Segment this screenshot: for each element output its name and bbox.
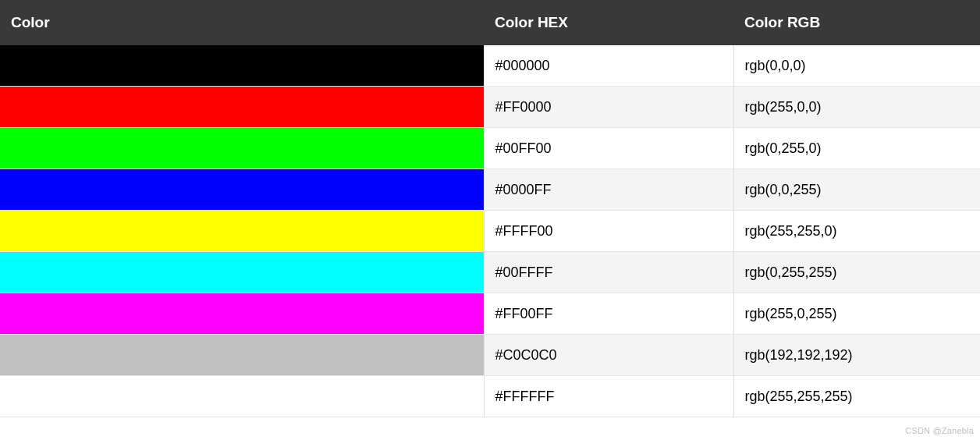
hex-value: #000000	[484, 45, 733, 87]
color-swatch	[0, 293, 484, 334]
header-color: Color	[0, 0, 484, 45]
rgb-value: rgb(255,0,255)	[733, 293, 980, 335]
color-swatch-cell	[0, 45, 484, 87]
table-row: #0000FF rgb(0,0,255)	[0, 169, 980, 211]
color-swatch-cell	[0, 335, 484, 376]
color-table: Color Color HEX Color RGB #000000 rgb(0,…	[0, 0, 980, 417]
hex-value: #00FFFF	[484, 252, 733, 293]
color-swatch-cell	[0, 376, 484, 417]
header-hex: Color HEX	[484, 0, 733, 45]
hex-value: #C0C0C0	[484, 335, 733, 376]
hex-value: #FFFF00	[484, 211, 733, 252]
color-swatch-cell	[0, 293, 484, 335]
table-row: #C0C0C0 rgb(192,192,192)	[0, 335, 980, 376]
rgb-value: rgb(0,0,0)	[733, 45, 980, 87]
color-swatch-cell	[0, 211, 484, 252]
table-row: #FFFF00 rgb(255,255,0)	[0, 211, 980, 252]
hex-value: #FFFFFF	[484, 376, 733, 417]
hex-value: #FF00FF	[484, 293, 733, 335]
hex-value: #0000FF	[484, 169, 733, 211]
rgb-value: rgb(255,255,255)	[733, 376, 980, 417]
table-row: #00FF00 rgb(0,255,0)	[0, 128, 980, 169]
table-row: #00FFFF rgb(0,255,255)	[0, 252, 980, 293]
hex-value: #00FF00	[484, 128, 733, 169]
table-row: #000000 rgb(0,0,0)	[0, 45, 980, 87]
table-row: #FFFFFF rgb(255,255,255)	[0, 376, 980, 417]
color-swatch	[0, 45, 484, 86]
rgb-value: rgb(0,0,255)	[733, 169, 980, 211]
color-swatch	[0, 169, 484, 210]
color-swatch-cell	[0, 128, 484, 169]
header-rgb: Color RGB	[733, 0, 980, 45]
rgb-value: rgb(0,255,0)	[733, 128, 980, 169]
table-row: #FF00FF rgb(255,0,255)	[0, 293, 980, 335]
color-swatch-cell	[0, 87, 484, 128]
color-swatch	[0, 335, 484, 375]
rgb-value: rgb(192,192,192)	[733, 335, 980, 376]
color-swatch	[0, 211, 484, 251]
watermark: CSDN @Zanebla	[905, 426, 974, 435]
table-header-row: Color Color HEX Color RGB	[0, 0, 980, 45]
color-swatch	[0, 252, 484, 293]
color-swatch	[0, 87, 484, 127]
color-swatch-cell	[0, 252, 484, 293]
color-swatch-cell	[0, 169, 484, 211]
rgb-value: rgb(0,255,255)	[733, 252, 980, 293]
rgb-value: rgb(255,0,0)	[733, 87, 980, 128]
table-row: #FF0000 rgb(255,0,0)	[0, 87, 980, 128]
color-swatch	[0, 376, 484, 417]
rgb-value: rgb(255,255,0)	[733, 211, 980, 252]
hex-value: #FF0000	[484, 87, 733, 128]
color-swatch	[0, 128, 484, 169]
